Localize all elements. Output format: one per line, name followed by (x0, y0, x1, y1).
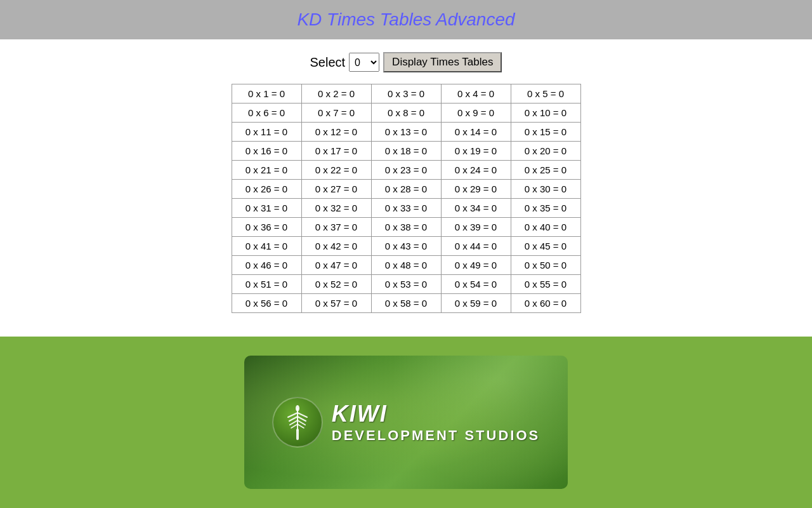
table-cell: 0 x 45 = 0 (511, 237, 580, 256)
table-cell: 0 x 16 = 0 (232, 142, 301, 161)
table-cell: 0 x 37 = 0 (301, 218, 371, 237)
table-cell: 0 x 14 = 0 (441, 123, 511, 142)
table-cell: 0 x 6 = 0 (232, 104, 301, 123)
kiwi-logo: KIWI DEVELOPMENT STUDIOS (272, 397, 540, 448)
table-cell: 0 x 24 = 0 (441, 161, 511, 180)
svg-line-8 (298, 420, 305, 425)
svg-rect-1 (297, 408, 298, 431)
table-cell: 0 x 2 = 0 (301, 84, 371, 104)
table-cell: 0 x 36 = 0 (232, 218, 301, 237)
table-cell: 0 x 21 = 0 (232, 161, 301, 180)
kiwi-word: KIWI (332, 401, 388, 427)
table-cell: 0 x 29 = 0 (441, 180, 511, 199)
table-cell: 0 x 3 = 0 (371, 84, 441, 104)
table-row: 0 x 6 = 00 x 7 = 00 x 8 = 00 x 9 = 00 x … (232, 104, 580, 123)
table-cell: 0 x 41 = 0 (232, 237, 301, 256)
table-cell: 0 x 40 = 0 (511, 218, 580, 237)
table-cell: 0 x 15 = 0 (511, 123, 580, 142)
table-cell: 0 x 13 = 0 (371, 123, 441, 142)
display-times-tables-button[interactable]: Display Times Tables (383, 52, 502, 72)
table-row: 0 x 51 = 00 x 52 = 00 x 53 = 00 x 54 = 0… (232, 275, 580, 294)
table-cell: 0 x 9 = 0 (441, 104, 511, 123)
table-cell: 0 x 8 = 0 (371, 104, 441, 123)
table-cell: 0 x 44 = 0 (441, 237, 511, 256)
table-cell: 0 x 34 = 0 (441, 199, 511, 218)
table-cell: 0 x 25 = 0 (511, 161, 580, 180)
svg-line-2 (288, 413, 298, 417)
table-cell: 0 x 23 = 0 (371, 161, 441, 180)
number-select[interactable]: 0123456789101112 (349, 53, 379, 72)
table-row: 0 x 11 = 00 x 12 = 00 x 13 = 00 x 14 = 0… (232, 123, 580, 142)
table-row: 0 x 46 = 00 x 47 = 00 x 48 = 00 x 49 = 0… (232, 256, 580, 275)
controls-row: Select 0123456789101112 Display Times Ta… (310, 52, 502, 72)
table-cell: 0 x 42 = 0 (301, 237, 371, 256)
table-cell: 0 x 47 = 0 (301, 256, 371, 275)
fern-icon (282, 403, 313, 441)
table-cell: 0 x 19 = 0 (441, 142, 511, 161)
app-title: KD Times Tables Advanced (0, 10, 812, 30)
svg-line-3 (289, 417, 298, 421)
table-cell: 0 x 32 = 0 (301, 199, 371, 218)
table-cell: 0 x 55 = 0 (511, 275, 580, 294)
table-cell: 0 x 33 = 0 (371, 199, 441, 218)
svg-line-9 (298, 424, 304, 428)
table-cell: 0 x 12 = 0 (301, 123, 371, 142)
svg-line-6 (298, 413, 307, 417)
svg-line-4 (290, 420, 298, 425)
brand-text: KIWI DEVELOPMENT STUDIOS (332, 401, 540, 444)
table-cell: 0 x 48 = 0 (371, 256, 441, 275)
table-cell: 0 x 17 = 0 (301, 142, 371, 161)
table-row: 0 x 26 = 00 x 27 = 00 x 28 = 00 x 29 = 0… (232, 180, 580, 199)
svg-line-7 (298, 417, 306, 421)
kiwi-banner: KIWI DEVELOPMENT STUDIOS (244, 356, 568, 489)
table-cell: 0 x 57 = 0 (301, 294, 371, 313)
times-table: 0 x 1 = 00 x 2 = 00 x 3 = 00 x 4 = 00 x … (232, 84, 581, 313)
table-cell: 0 x 43 = 0 (371, 237, 441, 256)
table-cell: 0 x 59 = 0 (441, 294, 511, 313)
table-cell: 0 x 60 = 0 (511, 294, 580, 313)
table-cell: 0 x 11 = 0 (232, 123, 301, 142)
svg-line-5 (291, 424, 298, 428)
table-cell: 0 x 10 = 0 (511, 104, 580, 123)
table-cell: 0 x 56 = 0 (232, 294, 301, 313)
table-row: 0 x 21 = 00 x 22 = 00 x 23 = 00 x 24 = 0… (232, 161, 580, 180)
table-cell: 0 x 46 = 0 (232, 256, 301, 275)
table-cell: 0 x 49 = 0 (441, 256, 511, 275)
table-cell: 0 x 22 = 0 (301, 161, 371, 180)
select-label: Select (310, 55, 346, 70)
table-cell: 0 x 4 = 0 (441, 84, 511, 104)
table-row: 0 x 31 = 00 x 32 = 00 x 33 = 00 x 34 = 0… (232, 199, 580, 218)
table-cell: 0 x 50 = 0 (511, 256, 580, 275)
table-cell: 0 x 27 = 0 (301, 180, 371, 199)
footer: KIWI DEVELOPMENT STUDIOS (0, 337, 812, 508)
table-cell: 0 x 35 = 0 (511, 199, 580, 218)
table-cell: 0 x 39 = 0 (441, 218, 511, 237)
app-header: KD Times Tables Advanced (0, 0, 812, 39)
table-cell: 0 x 7 = 0 (301, 104, 371, 123)
table-cell: 0 x 58 = 0 (371, 294, 441, 313)
table-cell: 0 x 31 = 0 (232, 199, 301, 218)
brand-kiwi: KIWI (332, 401, 540, 427)
main-content: Select 0123456789101112 Display Times Ta… (0, 39, 812, 337)
table-cell: 0 x 53 = 0 (371, 275, 441, 294)
table-cell: 0 x 54 = 0 (441, 275, 511, 294)
table-cell: 0 x 30 = 0 (511, 180, 580, 199)
table-row: 0 x 36 = 00 x 37 = 00 x 38 = 00 x 39 = 0… (232, 218, 580, 237)
table-cell: 0 x 52 = 0 (301, 275, 371, 294)
table-cell: 0 x 38 = 0 (371, 218, 441, 237)
table-cell: 0 x 1 = 0 (232, 84, 301, 104)
table-row: 0 x 16 = 00 x 17 = 00 x 18 = 00 x 19 = 0… (232, 142, 580, 161)
table-cell: 0 x 18 = 0 (371, 142, 441, 161)
table-cell: 0 x 26 = 0 (232, 180, 301, 199)
brand-development-studios: DEVELOPMENT STUDIOS (332, 427, 540, 444)
table-cell: 0 x 20 = 0 (511, 142, 580, 161)
table-cell: 0 x 5 = 0 (511, 84, 580, 104)
kiwi-emblem (272, 397, 323, 448)
svg-point-10 (296, 405, 299, 411)
table-cell: 0 x 28 = 0 (371, 180, 441, 199)
table-cell: 0 x 51 = 0 (232, 275, 301, 294)
table-row: 0 x 56 = 00 x 57 = 00 x 58 = 00 x 59 = 0… (232, 294, 580, 313)
table-row: 0 x 41 = 00 x 42 = 00 x 43 = 00 x 44 = 0… (232, 237, 580, 256)
table-body: 0 x 1 = 00 x 2 = 00 x 3 = 00 x 4 = 00 x … (232, 84, 580, 313)
table-row: 0 x 1 = 00 x 2 = 00 x 3 = 00 x 4 = 00 x … (232, 84, 580, 104)
